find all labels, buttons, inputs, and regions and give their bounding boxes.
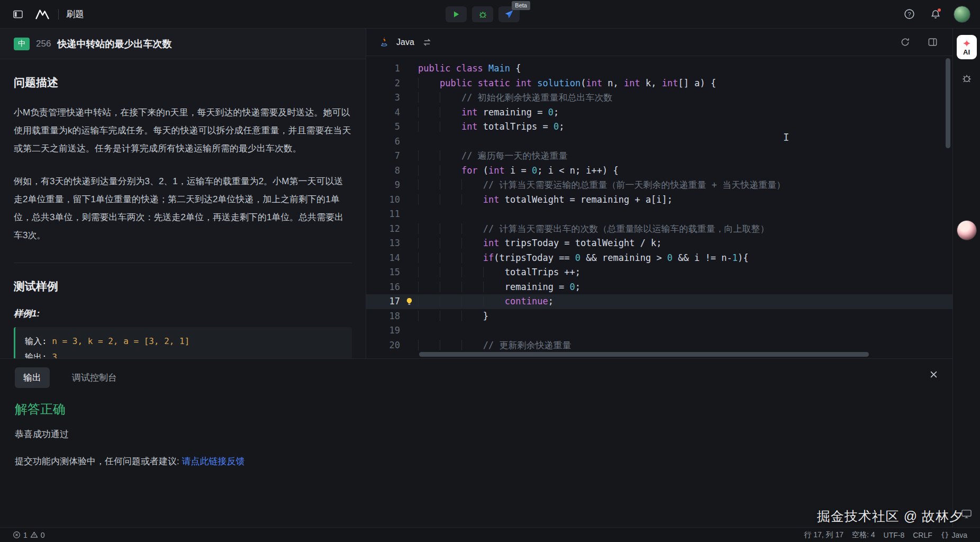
code-row-12[interactable]: 12 // 计算当天需要出车的次数（总重量除以运输车的载重量，向上取整） — [366, 222, 952, 237]
code-row-18[interactable]: 18 } — [366, 309, 952, 324]
problem-header: 中 256 快递中转站的最少出车次数 — [0, 29, 366, 59]
rail-debug-button[interactable] — [958, 70, 975, 87]
editor-language-label: Java — [396, 38, 414, 47]
topbar-right: ? — [901, 6, 970, 23]
gutter-space — [400, 265, 418, 280]
code-text: // 计算当天需要出车的次数（总重量除以运输车的载重量，向上取整） — [418, 222, 769, 237]
gutter-space — [400, 120, 418, 134]
sample-code-block: 输入: n = 3, k = 2, a = [3, 2, 1]输出: 3 — [14, 327, 352, 358]
editor-header: Java — [366, 29, 952, 56]
help-button[interactable]: ? — [901, 6, 918, 23]
code-row-6[interactable]: 6 — [366, 134, 952, 149]
switch-language-button[interactable] — [421, 36, 433, 49]
reset-code-button[interactable] — [896, 34, 913, 51]
notification-dot — [938, 8, 941, 12]
line-number: 10 — [366, 193, 400, 207]
code-row-13[interactable]: 13 int tripsToday = totalWeight / k; — [366, 236, 952, 251]
bug-outline-icon — [961, 73, 972, 84]
tab-output[interactable]: 输出 — [15, 367, 50, 388]
code-row-15[interactable]: 15 totalTrips ++; — [366, 265, 952, 280]
app-logo[interactable] — [34, 6, 51, 23]
output-tabs: 输出调试控制台 — [15, 367, 938, 388]
code-text: totalTrips ++; — [418, 265, 580, 280]
split-view-button[interactable] — [924, 34, 941, 51]
code-row-9[interactable]: 9 // 计算当天需要运输的总重量（前一天剩余的快递重量 + 当天快递重量） — [366, 178, 952, 193]
user-avatar[interactable] — [954, 6, 970, 23]
code-text: int remaining = 0; — [418, 105, 559, 120]
notifications-button[interactable] — [927, 6, 944, 23]
code-row-11[interactable]: 11 — [366, 207, 952, 222]
code-text: int totalWeight = remaining + a[i]; — [418, 193, 673, 207]
code-row-19[interactable]: 19 — [366, 323, 952, 338]
quick-fix-bulb[interactable] — [400, 294, 418, 309]
code-text: int tripsToday = totalWeight / k; — [418, 236, 662, 251]
code-row-7[interactable]: 7 // 遍历每一天的快递重量 — [366, 149, 952, 164]
problems-indicator[interactable]: 1 0 — [8, 528, 49, 542]
code-text: remaining = 0; — [418, 280, 580, 295]
line-number: 16 — [366, 280, 400, 295]
code-row-10[interactable]: 10 int totalWeight = remaining + a[i]; — [366, 193, 952, 207]
line-number: 18 — [366, 309, 400, 324]
tab-debug-console[interactable]: 调试控制台 — [63, 367, 125, 388]
sidebar-toggle-button[interactable] — [10, 6, 26, 23]
encoding-setting[interactable]: UTF-8 — [879, 528, 909, 542]
result-subtitle: 恭喜成功通过 — [15, 428, 938, 440]
editor-horizontal-scrollbar[interactable] — [419, 352, 869, 357]
close-output-button[interactable] — [930, 371, 938, 378]
problem-paragraph: 例如，有3天的快递到达量分别为3、2、1，运输车的载重量为2。小M第一天可以送走… — [14, 173, 352, 245]
gutter-space — [400, 105, 418, 120]
statusbar-right: 行 17, 列 17 空格: 4 UTF-8 CRLF {} Java — [800, 528, 972, 542]
watermark: 掘金技术社区 @ 故林夕 — [817, 508, 963, 525]
topbar: 刷题 Beta ? — [0, 0, 980, 29]
line-number: 7 — [366, 149, 400, 164]
language-mode-label: Java — [951, 531, 967, 539]
language-mode[interactable]: {} Java — [937, 528, 972, 542]
run-controls: Beta — [446, 0, 520, 29]
code-text: // 计算当天需要运输的总重量（前一天剩余的快递重量 + 当天快递重量） — [418, 178, 785, 193]
beta-badge: Beta — [512, 1, 530, 10]
editor-vertical-scrollbar[interactable] — [946, 58, 950, 148]
ai-assistant-button[interactable]: AI — [957, 35, 977, 59]
gutter-space — [400, 222, 418, 237]
code-area[interactable]: 1public class Main {2 public static int … — [366, 56, 952, 358]
statusbar: 1 0 行 17, 列 17 空格: 4 UTF-8 CRLF {} Java — [0, 527, 980, 542]
gutter-space — [400, 236, 418, 251]
code-row-3[interactable]: 3 // 初始化剩余快递重量和总出车次数 — [366, 91, 952, 105]
code-row-4[interactable]: 4 int remaining = 0; — [366, 105, 952, 120]
run-button[interactable] — [446, 6, 467, 22]
lightbulb-icon — [405, 297, 413, 305]
assistant-avatar[interactable] — [957, 220, 977, 240]
app-section-label: 刷题 — [66, 8, 84, 20]
statusbar-left: 1 0 — [8, 528, 49, 542]
code-row-8[interactable]: 8 for (int i = 0; i < n; i++) { — [366, 164, 952, 178]
topbar-left: 刷题 — [10, 6, 84, 23]
indentation-setting[interactable]: 空格: 4 — [848, 528, 879, 542]
editor-panel: Java 1public class Main {2 public static… — [366, 29, 952, 358]
sample-1: 样例1:输入: n = 3, k = 2, a = [3, 2, 1]输出: 3 — [14, 308, 352, 358]
line-number: 11 — [366, 207, 400, 222]
line-number: 2 — [366, 76, 400, 91]
code-row-17[interactable]: 17 continue; — [366, 294, 952, 309]
gutter-space — [400, 207, 418, 222]
eol-setting[interactable]: CRLF — [909, 528, 937, 542]
code-row-20[interactable]: 20 // 更新剩余快递重量 — [366, 338, 952, 353]
cursor-position[interactable]: 行 17, 列 17 — [800, 528, 848, 542]
code-text: public static int solution(int n, int k,… — [418, 76, 716, 91]
feedback-link[interactable]: 请点此链接反馈 — [182, 456, 244, 466]
result-title: 解答正确 — [15, 401, 938, 418]
ai-button-label: AI — [963, 49, 970, 56]
code-text: // 初始化剩余快递重量和总出车次数 — [418, 91, 613, 105]
code-row-16[interactable]: 16 remaining = 0; — [366, 280, 952, 295]
feedback-text: 提交功能内测体验中，任何问题或者建议: — [15, 456, 182, 466]
code-row-14[interactable]: 14 if(tripsToday == 0 && remaining > 0 &… — [366, 251, 952, 266]
error-circle-icon — [13, 531, 21, 539]
code-row-5[interactable]: 5 int totalTrips = 0; — [366, 120, 952, 134]
code-text: // 更新剩余快递重量 — [418, 338, 571, 353]
difficulty-badge: 中 — [14, 38, 30, 50]
code-text: continue; — [418, 294, 553, 309]
debug-test-button[interactable] — [472, 6, 493, 22]
code-row-1[interactable]: 1public class Main { — [366, 61, 952, 76]
line-number: 17 — [366, 294, 400, 309]
code-row-2[interactable]: 2 public static int solution(int n, int … — [366, 76, 952, 91]
refresh-icon — [900, 37, 910, 47]
